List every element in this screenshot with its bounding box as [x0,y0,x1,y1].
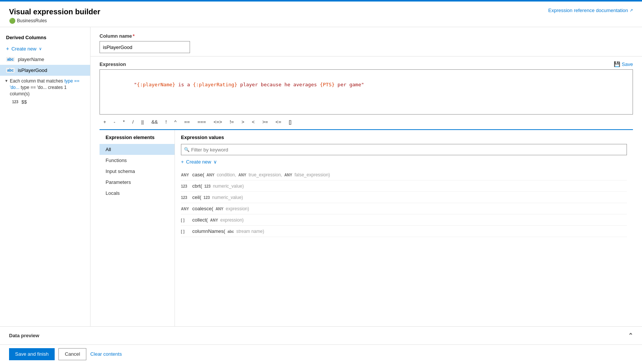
expression-values-panel: Expression values 🔍 + Create new ∨ ANY c [175,130,633,326]
breadcrumb: 🟢 BusinessRules [9,18,100,24]
op-eq[interactable]: == [180,118,193,126]
sidebar-item-playerName[interactable]: abc playerName [0,54,90,65]
save-expression-button[interactable]: 💾 Save [614,61,633,67]
docs-link[interactable]: Expression reference documentation ↗ [548,8,633,13]
expr-string-open: " [134,82,137,87]
type-badge-abc-2: abc [6,68,15,73]
required-marker: * [133,33,135,39]
func-type-any: ANY [181,173,190,177]
sidebar-item-isPlayerGood[interactable]: abc isPlayerGood [0,65,90,76]
column-name-label: Column name* [100,33,633,39]
expr-elem-all[interactable]: All [100,144,175,155]
func-param-type-collect: ANY [210,218,218,222]
func-param-type-colnames: abc [227,229,234,234]
func-param-colnames: stream name) [236,229,264,234]
op-gte[interactable]: >= [259,118,272,126]
main-layout: Derived Columns + Create new ∨ abc playe… [0,27,642,326]
pattern-type-link-val: type == 'do... [21,85,47,90]
chevron-down-icon: ∨ [39,46,42,51]
op-gt[interactable]: > [237,118,248,126]
op-multiply[interactable]: * [119,118,129,126]
func-type-any-coalesce: ANY [181,207,190,211]
expr-elem-input-schema[interactable]: Input schema [100,166,175,177]
op-or[interactable]: || [138,118,148,126]
column-name-input[interactable] [100,41,190,53]
page-title: Visual expression builder [9,8,100,16]
sidebar-create-new-button[interactable]: + Create new ∨ [0,43,90,54]
data-preview-label: Data preview [9,333,39,338]
func-name-case: case( [192,172,204,177]
sidebar-section-title: Derived Columns [0,32,90,43]
func-name-columnNames: columnNames( [192,228,225,234]
expr-placeholder-pts: {PTS} [320,82,334,87]
breadcrumb-text: BusinessRules [17,18,47,23]
expr-elem-locals[interactable]: Locals [100,188,175,199]
type-badge-abc: abc [6,57,15,62]
expression-elements-panel: Expression elements All Functions Input … [100,130,175,326]
op-caret[interactable]: ^ [170,118,180,126]
filter-input-wrap: 🔍 [181,144,627,155]
pattern-prefix: Each column that matches [10,78,63,84]
func-param-collect: expression) [220,217,244,223]
op-neq[interactable]: != [226,118,237,126]
create-new-label: Create new [11,46,36,52]
op-not[interactable]: ! [162,118,171,126]
expr-player-because: player because he averages [237,82,320,87]
expr-placeholder-name: {:playerName} [137,82,175,87]
expression-elements-title: Expression elements [100,135,175,144]
sidebar-pattern: ▼ Each column that matches type == 'do..… [0,76,90,109]
op-plus[interactable]: + [100,118,110,126]
func-type-arr-colnames: [ ] [181,229,190,234]
func-name-collect: collect( [192,217,208,223]
pattern-child-label: $$ [21,99,27,105]
op-strict-eq[interactable]: === [194,118,210,126]
func-name-cbrt: cbrt( [192,183,202,189]
expression-code: "{:playerName} is a {:playerRating} play… [104,73,628,96]
func-type-123-cbrt: 123 [181,184,190,188]
func-param-type-ceil: 123 [204,196,210,200]
op-brackets[interactable]: [] [285,118,295,126]
func-item-collect[interactable]: [ ] collect( ANY expression) [181,214,627,226]
search-icon: 🔍 [184,147,190,152]
filter-input[interactable] [181,144,627,155]
op-and[interactable]: && [147,118,161,126]
expr-placeholder-rating: {:playerRating} [193,82,237,87]
expr-per-game: per game" [335,82,364,87]
expression-editor[interactable]: "{:playerName} is a {:playerRating} play… [100,69,633,115]
external-link-icon: ↗ [630,8,633,13]
func-param-false: false_expression) [294,172,330,177]
docs-link-text: Expression reference documentation [548,8,628,13]
func-item-cbrt[interactable]: 123 cbrt( 123 numeric_value) [181,180,627,192]
func-item-case[interactable]: ANY case( ANY condition, ANY true_expres… [181,169,627,180]
func-param-type-coalesce: ANY [216,207,224,211]
func-param-condition: condition, [217,172,236,177]
business-rules-icon: 🟢 [9,18,15,24]
pattern-chevron-icon: ▼ [5,79,8,83]
expr-elem-parameters[interactable]: Parameters [100,177,175,188]
func-item-coalesce[interactable]: ANY coalesce( ANY expression) [181,203,627,214]
func-param-coalesce: expression) [226,206,249,211]
sidebar: Derived Columns + Create new ∨ abc playe… [0,27,90,326]
func-param-ceil: numeric_value) [212,195,243,200]
func-param-true: true_expression, [248,172,282,177]
clear-contents-button[interactable]: Clear contents [90,351,122,357]
plus-icon: + [6,46,9,52]
func-name-ceil: ceil( [192,194,201,200]
op-lte[interactable]: <= [272,118,285,126]
func-name-coalesce: coalesce( [192,206,213,211]
func-param-type-1: ANY [207,173,215,177]
data-preview-bar[interactable]: Data preview ⌃ [0,326,642,344]
op-spaceship[interactable]: <=> [210,118,226,126]
expr-elem-functions[interactable]: Functions [100,155,175,166]
save-finish-button[interactable]: Save and finish [9,348,55,360]
cancel-button[interactable]: Cancel [58,348,86,360]
create-new-values-button[interactable]: + Create new ∨ [181,159,627,165]
op-minus[interactable]: - [110,118,119,126]
func-item-columnNames[interactable]: [ ] columnNames( abc stream name) [181,226,627,237]
func-item-ceil[interactable]: 123 ceil( 123 numeric_value) [181,192,627,203]
op-divide[interactable]: / [129,118,138,126]
pattern-header[interactable]: ▼ Each column that matches type == 'do..… [5,78,84,97]
op-lt[interactable]: < [248,118,259,126]
operators-bar: + - * / || && ! ^ == === <=> != > < >= <… [100,115,633,130]
func-param-type-2: ANY [238,173,246,177]
